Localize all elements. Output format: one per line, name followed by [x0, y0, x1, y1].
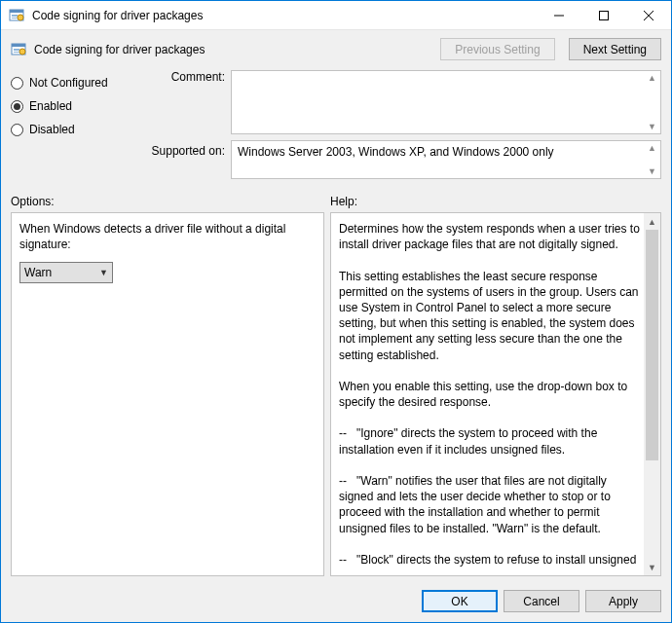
policy-icon — [11, 42, 26, 57]
svg-rect-9 — [14, 52, 19, 53]
select-value: Warn — [24, 266, 52, 279]
radio-enabled[interactable]: Enabled — [11, 99, 128, 113]
radio-label: Disabled — [29, 123, 75, 136]
state-radio-group: Not Configured Enabled Disabled — [11, 70, 128, 185]
svg-rect-2 — [12, 15, 18, 17]
svg-point-10 — [19, 49, 25, 55]
svg-rect-8 — [14, 49, 19, 51]
options-prompt: When Windows detects a driver file witho… — [19, 221, 316, 252]
comment-row: Comment: ▲ ▼ — [133, 70, 661, 134]
app-icon — [9, 8, 24, 23]
chevron-up-icon[interactable]: ▲ — [644, 141, 660, 155]
comment-input[interactable]: ▲ ▼ — [231, 70, 661, 134]
header-row: Code signing for driver packages Previou… — [1, 30, 671, 70]
supported-on-box: Windows Server 2003, Windows XP, and Win… — [231, 140, 661, 179]
radio-label: Not Configured — [29, 76, 108, 90]
minimize-button[interactable] — [537, 1, 581, 30]
next-setting-button[interactable]: Next Setting — [569, 38, 661, 60]
signature-action-select[interactable]: Warn ▼ — [19, 262, 113, 283]
titlebar: Code signing for driver packages — [1, 1, 671, 30]
close-button[interactable] — [626, 1, 671, 30]
radio-icon — [11, 77, 23, 90]
svg-point-4 — [18, 15, 23, 20]
section-labels: Options: Help: — [1, 191, 671, 212]
apply-button[interactable]: Apply — [585, 590, 661, 612]
dialog-footer: OK Cancel Apply — [1, 582, 671, 622]
window-title: Code signing for driver packages — [32, 9, 537, 22]
radio-icon — [11, 100, 23, 113]
supported-label: Supported on: — [133, 140, 231, 158]
svg-rect-5 — [600, 11, 609, 19]
radio-icon — [11, 124, 23, 136]
panels: When Windows detects a driver file witho… — [1, 212, 671, 582]
chevron-down-icon[interactable]: ▼ — [644, 165, 660, 178]
scroll-thumb[interactable] — [646, 230, 658, 460]
chevron-up-icon[interactable]: ▲ — [644, 71, 660, 85]
page-title: Code signing for driver packages — [34, 43, 427, 56]
comment-value — [232, 71, 660, 79]
chevron-down-icon[interactable]: ▼ — [644, 120, 660, 133]
radio-label: Enabled — [29, 99, 72, 113]
cancel-button[interactable]: Cancel — [504, 590, 579, 612]
supported-row: Supported on: Windows Server 2003, Windo… — [133, 140, 661, 179]
comment-label: Comment: — [133, 70, 231, 84]
svg-rect-3 — [12, 18, 18, 18]
settings-area: Not Configured Enabled Disabled Comment:… — [1, 70, 671, 191]
dialog-window: Code signing for driver packages Code si… — [0, 0, 672, 623]
previous-setting-button[interactable]: Previous Setting — [440, 38, 554, 60]
ok-button[interactable]: OK — [422, 590, 498, 612]
radio-not-configured[interactable]: Not Configured — [11, 76, 128, 90]
options-panel: When Windows detects a driver file witho… — [11, 212, 324, 576]
supported-on-text: Windows Server 2003, Windows XP, and Win… — [232, 141, 660, 163]
chevron-down-icon[interactable]: ▼ — [644, 559, 660, 575]
chevron-up-icon[interactable]: ▲ — [644, 213, 660, 230]
radio-disabled[interactable]: Disabled — [11, 123, 128, 136]
chevron-down-icon: ▼ — [99, 268, 108, 277]
help-text: Determines how the system responds when … — [339, 221, 641, 568]
scroll-track[interactable] — [644, 230, 660, 559]
maximize-button[interactable] — [581, 1, 626, 30]
svg-rect-1 — [10, 10, 23, 13]
svg-rect-7 — [12, 44, 25, 47]
help-label: Help: — [330, 195, 661, 208]
options-label: Options: — [11, 195, 330, 208]
help-scrollbar[interactable]: ▲ ▼ — [644, 213, 660, 575]
help-panel: Determines how the system responds when … — [330, 212, 661, 576]
